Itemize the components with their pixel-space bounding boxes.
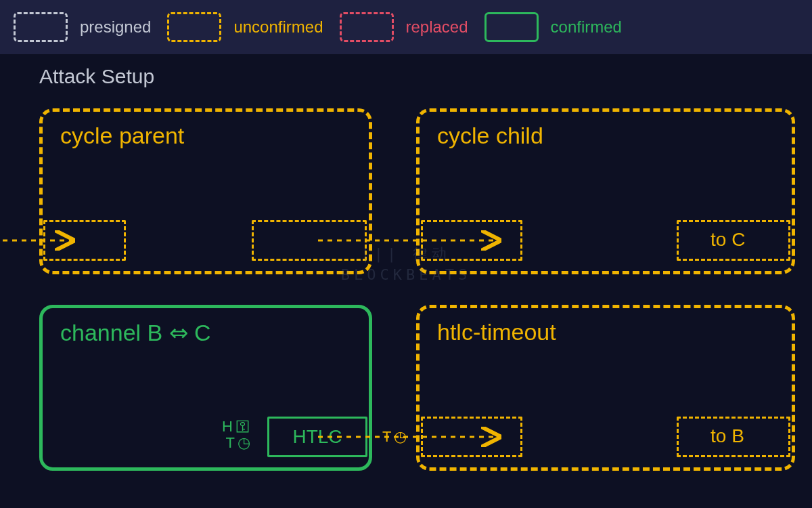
htlc-box: HTLC bbox=[267, 417, 367, 457]
cycle-child-output bbox=[677, 220, 790, 261]
label-cycle-child: cycle child bbox=[437, 123, 543, 148]
legend-item-confirmed: confirmed bbox=[484, 12, 622, 42]
swatch-presigned bbox=[14, 12, 68, 42]
swatch-unconfirmed bbox=[167, 12, 221, 42]
box-cycle-child: cycle child bbox=[416, 108, 795, 274]
legend-bar: presigned unconfirmed replaced confirmed bbox=[0, 0, 812, 54]
key-icon: ⚿ bbox=[235, 419, 250, 435]
legend-label-unconfirmed: unconfirmed bbox=[233, 18, 323, 37]
legend-item-unconfirmed: unconfirmed bbox=[167, 12, 323, 42]
clock-icon: ◷ bbox=[238, 435, 250, 451]
cycle-child-output-label: to C bbox=[710, 229, 745, 251]
legend-label-presigned: presigned bbox=[80, 18, 151, 37]
annot-t: T bbox=[225, 435, 234, 451]
annot-h: H bbox=[222, 419, 233, 435]
box-cycle-parent: cycle parent bbox=[39, 108, 372, 274]
htlc-annotation: H⚿ T◷ bbox=[222, 419, 250, 451]
watermark-line2: BLOCKBEATS bbox=[341, 265, 471, 286]
cycle-child-input bbox=[421, 220, 522, 261]
watermark-line1: ||| 律动 bbox=[341, 244, 471, 265]
arrow-annot-t-label: T bbox=[382, 428, 391, 446]
watermark: ||| 律动 BLOCKBEATS bbox=[341, 244, 471, 286]
legend-item-presigned: presigned bbox=[14, 12, 151, 42]
label-cycle-parent: cycle parent bbox=[60, 123, 184, 148]
swatch-confirmed bbox=[484, 12, 539, 42]
htlc-timeout-output-label: to B bbox=[710, 425, 744, 447]
box-htlc-timeout: htlc-timeout bbox=[416, 305, 795, 471]
arrow-annotation-t: T ◷ bbox=[382, 428, 407, 446]
cycle-parent-input bbox=[43, 220, 126, 261]
label-htlc-timeout: htlc-timeout bbox=[437, 319, 556, 345]
box-channel-bc: channel B ⇔ C bbox=[39, 305, 372, 471]
clock-icon-yellow: ◷ bbox=[394, 428, 407, 446]
legend-label-replaced: replaced bbox=[406, 18, 468, 37]
cycle-parent-output bbox=[252, 220, 367, 261]
htlc-timeout-input bbox=[421, 417, 522, 457]
htlc-timeout-output bbox=[677, 417, 790, 457]
label-channel-bc: channel B ⇔ C bbox=[60, 320, 211, 345]
page-title: Attack Setup bbox=[39, 65, 154, 88]
swatch-replaced bbox=[340, 12, 394, 42]
htlc-box-label: HTLC bbox=[292, 426, 342, 448]
legend-item-replaced: replaced bbox=[340, 12, 468, 42]
legend-label-confirmed: confirmed bbox=[551, 18, 622, 37]
